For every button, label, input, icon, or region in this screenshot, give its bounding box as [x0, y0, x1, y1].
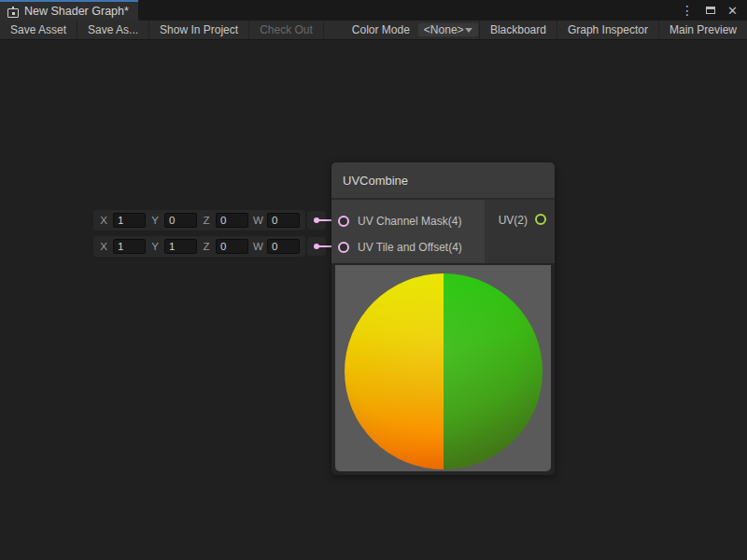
preview-sphere [345, 273, 543, 469]
maximize-icon[interactable] [706, 7, 715, 14]
chevron-down-icon [465, 28, 472, 33]
component-label-w: W [253, 215, 262, 226]
component-z-field[interactable]: 0 [216, 213, 248, 228]
component-label-z: Z [202, 215, 211, 226]
window-titlebar: New Shader Graph* ⋮ ✕ [0, 0, 747, 21]
toolbar-right-group: Blackboard Graph Inspector Main Preview [479, 21, 747, 39]
component-x-field[interactable]: 1 [113, 239, 146, 254]
component-label-y: Y [150, 241, 160, 252]
input-port-row-2: UV Tile and Offset(4) [331, 234, 485, 260]
document-tab[interactable]: New Shader Graph* [0, 0, 138, 21]
component-w-field[interactable]: 0 [267, 213, 300, 228]
uvcombine-node[interactable]: UVCombine UV Channel Mask(4) UV Tile and… [331, 162, 555, 475]
component-label-x: X [99, 241, 108, 252]
vector4-input-port-icon[interactable] [338, 242, 349, 253]
tab-title: New Shader Graph* [24, 5, 129, 18]
color-mode-label: Color Mode [352, 23, 417, 36]
node-body: UV Channel Mask(4) UV Tile and Offset(4)… [331, 200, 555, 263]
node-output-panel: UV(2) [485, 200, 555, 263]
preview-surface [335, 265, 551, 471]
shader-graph-toolbar: Save Asset Save As... Show In Project Ch… [0, 21, 747, 40]
vector2-output-port-icon[interactable] [535, 214, 546, 225]
input-port-row-1: UV Channel Mask(4) [331, 208, 485, 234]
graph-canvas[interactable]: X 1 Y 0 Z 0 W 0 X 1 Y 1 Z 0 W 0 UVCombin… [0, 40, 747, 560]
component-label-x: X [99, 215, 108, 226]
main-preview-toggle-button[interactable]: Main Preview [658, 21, 747, 39]
color-mode-value: <None> [424, 23, 464, 36]
node-preview [331, 263, 555, 475]
vector4-input-widget-1: X 1 Y 0 Z 0 W 0 [93, 210, 305, 231]
component-y-field[interactable]: 0 [164, 213, 197, 228]
save-asset-button[interactable]: Save Asset [0, 21, 78, 39]
window-controls: ⋮ ✕ [681, 0, 747, 21]
window-menu-icon[interactable]: ⋮ [681, 4, 694, 17]
color-mode-dropdown[interactable]: <None> [417, 22, 479, 37]
blackboard-toggle-button[interactable]: Blackboard [479, 21, 557, 39]
component-label-z: Z [202, 241, 211, 252]
vector4-input-port-icon[interactable] [338, 216, 349, 227]
sphere-shading [345, 273, 543, 469]
show-in-project-button[interactable]: Show In Project [149, 21, 249, 39]
check-out-button: Check Out [249, 21, 324, 39]
save-as-button[interactable]: Save As... [78, 21, 149, 39]
input-port-label: UV Tile and Offset(4) [358, 241, 462, 254]
component-y-field[interactable]: 1 [164, 239, 197, 254]
shader-graph-icon [7, 7, 19, 17]
vector4-input-widget-2: X 1 Y 1 Z 0 W 0 [93, 236, 305, 257]
graph-inspector-toggle-button[interactable]: Graph Inspector [557, 21, 658, 39]
component-label-w: W [253, 241, 262, 252]
component-x-field[interactable]: 1 [113, 213, 146, 228]
node-title: UVCombine [343, 174, 408, 188]
close-icon[interactable]: ✕ [727, 5, 738, 17]
node-header[interactable]: UVCombine [331, 162, 555, 200]
output-port-label: UV(2) [499, 214, 528, 227]
component-w-field[interactable]: 0 [267, 239, 300, 254]
component-label-y: Y [150, 215, 160, 226]
input-port-label: UV Channel Mask(4) [358, 215, 461, 228]
node-input-panel: UV Channel Mask(4) UV Tile and Offset(4) [331, 200, 485, 263]
component-z-field[interactable]: 0 [216, 239, 248, 254]
